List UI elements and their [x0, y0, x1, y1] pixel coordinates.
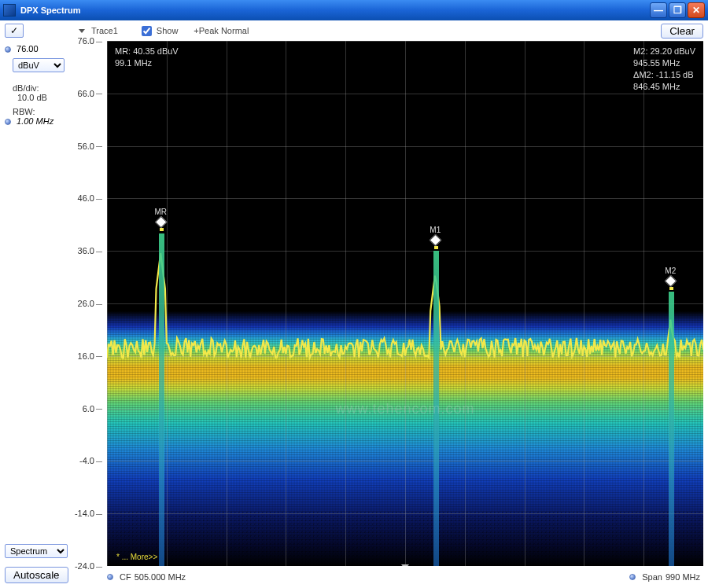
y-tick: 16.0	[78, 351, 102, 361]
y-tick: 76.0	[78, 36, 102, 46]
trace-mode-label: +Peak Normal	[194, 26, 249, 35]
trace-label[interactable]: Trace1	[91, 26, 118, 35]
y-tick: 66.0	[78, 89, 102, 98]
show-label: Show	[157, 26, 179, 35]
view-select[interactable]: Spectrum	[5, 544, 68, 558]
autoscale-button[interactable]: Autoscale	[5, 567, 68, 583]
center-freq-tick-icon	[401, 564, 409, 566]
maximize-button[interactable]: ❐	[669, 2, 686, 18]
spectrum-plot[interactable]: MRM1M2 MR: 40.35 dBuV 99.1 MHz M2: 29.20…	[107, 41, 703, 566]
db-per-div-label: dB/div:	[5, 83, 68, 93]
y-tick: 46.0	[78, 193, 102, 203]
more-link[interactable]: * ... More>>	[116, 553, 157, 561]
window-title: DPX Spectrum	[20, 6, 650, 15]
top-toolbar: ✓ Trace1 Show +Peak Normal Clear	[0, 20, 708, 41]
plot-area: 76.066.056.046.036.026.016.06.0-4.0-14.0…	[72, 41, 703, 566]
ref-level-value[interactable]: 76.00	[17, 44, 39, 53]
rbw-value[interactable]: 1.00 MHz	[17, 116, 53, 126]
y-tick: 56.0	[78, 141, 102, 151]
ref-level-knob-icon[interactable]	[5, 46, 11, 53]
unit-select[interactable]: dBuV	[13, 58, 65, 72]
y-tick: -4.0	[79, 456, 102, 465]
marker-readout-mr: MR: 40.35 dBuV 99.1 MHz	[115, 46, 179, 69]
y-tick: 6.0	[83, 404, 102, 413]
y-tick: -14.0	[75, 509, 102, 518]
y-axis: 76.066.056.046.036.026.016.06.0-4.0-14.0…	[72, 41, 107, 566]
show-checkbox[interactable]	[142, 26, 152, 36]
close-button[interactable]: ✕	[688, 2, 705, 18]
minimize-button[interactable]: —	[650, 2, 667, 18]
y-tick: 26.0	[78, 299, 102, 308]
cf-label: CF	[120, 572, 131, 582]
y-tick: 36.0	[78, 246, 102, 255]
clear-button[interactable]: Clear	[661, 24, 703, 39]
span-value[interactable]: 990 MHz	[666, 572, 700, 582]
window-titlebar: DPX Spectrum — ❐ ✕	[0, 0, 708, 20]
db-per-div-value[interactable]: 10.0 dB	[5, 93, 68, 102]
marker-readout-m2: M2: 29.20 dBuV 945.55 MHz ΔM2: -11.15 dB…	[633, 46, 695, 92]
bottom-status-bar: CF 505.000 MHz Span 990 MHz	[72, 569, 703, 585]
trace-dropdown-arrow-icon[interactable]	[79, 29, 85, 33]
rbw-label: RBW:	[5, 107, 68, 116]
span-knob-icon[interactable]	[629, 574, 636, 580]
rbw-knob-icon[interactable]	[5, 119, 11, 125]
span-label: Span	[642, 572, 662, 582]
cf-value[interactable]: 505.000 MHz	[135, 572, 186, 582]
cf-knob-icon[interactable]	[107, 574, 113, 580]
app-icon	[3, 4, 16, 17]
confirm-button[interactable]: ✓	[5, 24, 24, 38]
left-panel: 76.00 dBuV dB/div: 10.0 dB RBW: 1.00 MHz	[0, 41, 72, 588]
